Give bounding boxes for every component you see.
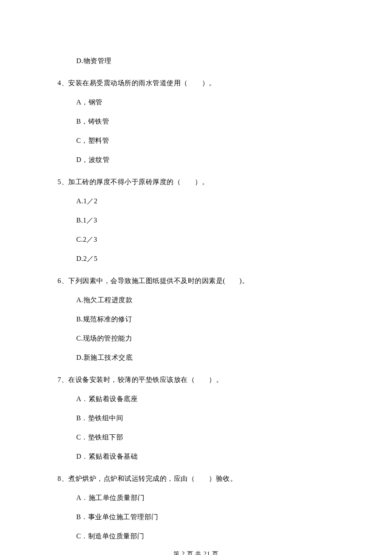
q4-option-d: D，波纹管 <box>76 155 334 165</box>
q8-option-b: B．事业单位施工管理部门 <box>76 512 334 522</box>
q3-option-d: D.物资管理 <box>76 56 334 66</box>
q5-stem: 5、加工砖的厚度不得小于原砖厚度的（ ）。 <box>58 177 334 187</box>
q5-option-a: A.1／2 <box>76 196 334 206</box>
q8-option-a: A．施工单位质量部门 <box>76 493 334 503</box>
q5-option-b: B.1／3 <box>76 215 334 225</box>
q4-option-a: A，钢管 <box>76 97 334 107</box>
q4-option-b: B，铸铁管 <box>76 116 334 127</box>
page-footer: 第 2 页 共 21 页 <box>0 550 392 555</box>
q6-option-a: A.拖欠工程进度款 <box>76 295 334 305</box>
q7-option-c: C．垫铁组下部 <box>76 432 334 442</box>
q6-option-b: B.规范标准的修订 <box>76 314 334 324</box>
q7-stem: 7、在设备安装时，较薄的平垫铁应该放在（ ）。 <box>58 375 334 385</box>
q6-option-d: D.新施工技术交底 <box>76 353 334 363</box>
q5-option-c: C.2／3 <box>76 234 334 245</box>
q6-stem: 6、下列因素中，会导致施工图纸提供不及时的因素是( )。 <box>58 276 334 286</box>
q7-option-b: B．垫铁组中间 <box>76 413 334 423</box>
q6-option-c: C.现场的管控能力 <box>76 333 334 344</box>
q4-option-c: C，塑料管 <box>76 136 334 146</box>
q8-stem: 8、煮炉烘炉，点炉和试运转完成的，应由（ ）验收。 <box>58 474 334 484</box>
q4-stem: 4、安装在易受震动场所的雨水管道使用（ ）。 <box>58 78 334 88</box>
page-body: D.物资管理 4、安装在易受震动场所的雨水管道使用（ ）。 A，钢管 B，铸铁管… <box>0 0 392 555</box>
q7-option-d: D．紧贴着设备基础 <box>76 451 334 462</box>
q7-option-a: A．紧贴着设备底座 <box>76 394 334 404</box>
q5-option-d: D.2／5 <box>76 254 334 264</box>
q8-option-c: C．制造单位质量部门 <box>76 531 334 541</box>
